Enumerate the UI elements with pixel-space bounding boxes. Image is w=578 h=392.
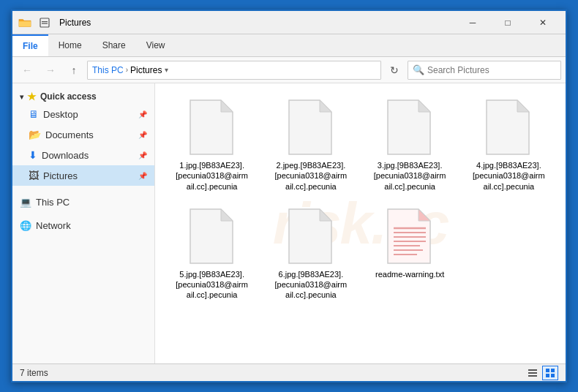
sidebar-item-documents[interactable]: 📂 Documents 📌 [12,124,154,145]
sidebar-desktop-label: Desktop [43,109,78,120]
quick-access-header: ▾ ★ Quick access [12,86,154,104]
file-name-1: 1.jpg.[9B83AE23].[pecunia0318@airmail.cc… [176,160,249,192]
quick-access-star-icon: ★ [27,91,37,102]
minimize-button[interactable]: ─ [456,11,489,34]
grid-view-button[interactable] [542,366,558,380]
qat-properties[interactable] [37,15,52,30]
desktop-icon: 🖥 [29,108,39,120]
quick-access-toolbar [37,15,52,30]
tab-share[interactable]: Share [92,34,136,56]
list-view-button[interactable] [525,366,541,380]
downloads-pin-icon: 📌 [138,151,147,159]
svg-rect-0 [40,18,49,27]
file-name-6: 6.jpg.[9B83AE23].[pecunia0318@airmail.cc… [274,269,348,301]
file-icon-6 [285,208,337,266]
network-icon: 🌐 [20,220,31,231]
file-item-1[interactable]: 1.jpg.[9B83AE23].[pecunia0318@airmail.cc… [166,94,258,196]
maximize-button[interactable]: □ [491,11,525,34]
file-icon-4 [482,99,535,157]
file-icon-2 [285,99,337,157]
file-item-7[interactable]: readme-warning.txt [364,203,456,305]
file-grid: 1.jpg.[9B83AE23].[pecunia0318@airmail.cc… [162,91,558,309]
sidebar-pictures-label: Pictures [43,170,78,181]
documents-icon: 📂 [29,129,41,140]
breadcrumb-dropdown[interactable]: ▾ [165,66,168,74]
status-bar: 7 items [12,363,566,381]
svg-rect-2 [42,23,48,23]
search-input[interactable] [427,65,556,75]
up-button[interactable]: ↑ [64,60,84,80]
sidebar-documents-label: Documents [45,129,94,140]
svg-rect-14 [551,369,555,372]
sidebar-item-downloads[interactable]: ⬇ Downloads 📌 [12,145,154,165]
computer-icon: 💻 [20,197,31,208]
item-count: 7 items [20,368,525,378]
sidebar-item-desktop[interactable]: 🖥 Desktop 📌 [12,104,154,124]
desktop-pin-icon: 📌 [138,110,147,118]
file-name-4: 4.jpg.[9B83AE23].[pecunia0318@airmail.cc… [472,160,545,192]
ribbon-tabs: File Home Share View [12,34,566,56]
file-item-5[interactable]: 5.jpg.[9B83AE23].[pecunia0318@airmail.cc… [166,203,258,305]
svg-rect-12 [528,375,537,377]
file-name-7: readme-warning.txt [375,269,444,279]
sidebar-item-thispc[interactable]: 💻 This PC [12,192,154,212]
file-area: risk.cc 1.jpg.[9B83AE23].[pecunia0318@ai… [155,83,566,363]
file-icon-3 [383,99,436,157]
sidebar-thispc-label: This PC [36,197,70,208]
sidebar-item-pictures[interactable]: 🖼 Pictures 📌 [12,165,154,186]
file-name-3: 3.jpg.[9B83AE23].[pecunia0318@airmail.cc… [373,160,446,192]
file-icon-1 [186,99,239,157]
svg-rect-13 [546,369,549,372]
svg-rect-11 [528,372,537,374]
forward-button[interactable]: → [40,60,61,80]
explorer-window: Pictures ─ □ ✕ File Home Share View ← → … [11,10,567,382]
svg-rect-1 [42,21,48,22]
documents-pin-icon: 📌 [138,131,147,139]
refresh-button[interactable]: ↻ [384,60,405,80]
main-area: ▾ ★ Quick access 🖥 Desktop 📌 📂 Documents… [12,83,566,363]
file-icon-7 [383,208,436,266]
quick-access-expand-icon: ▾ [20,93,23,101]
tab-file[interactable]: File [12,34,48,56]
file-item-3[interactable]: 3.jpg.[9B83AE23].[pecunia0318@airmail.cc… [364,94,456,196]
tab-home[interactable]: Home [48,34,92,56]
file-item-6[interactable]: 6.jpg.[9B83AE23].[pecunia0318@airmail.cc… [265,203,356,305]
sidebar-network-label: Network [36,220,71,231]
sidebar-item-network[interactable]: 🌐 Network [12,215,154,235]
breadcrumb[interactable]: This PC › Pictures ▾ [87,61,381,80]
title-bar: Pictures ─ □ ✕ [12,11,566,34]
pictures-icon: 🖼 [29,170,39,181]
tab-view[interactable]: View [136,34,176,56]
breadcrumb-separator: › [126,66,128,74]
file-name-2: 2.jpeg.[9B83AE23].[pecunia0318@airmail.c… [274,160,348,192]
breadcrumb-thispc[interactable]: This PC [92,65,124,75]
search-box[interactable]: 🔍 [408,61,561,80]
window-title: Pictures [59,18,456,28]
view-buttons [525,366,558,380]
svg-rect-10 [528,369,537,371]
close-button[interactable]: ✕ [526,11,560,34]
downloads-icon: ⬇ [29,149,37,161]
quick-access-label: Quick access [40,91,97,102]
breadcrumb-pictures: Pictures [130,65,162,75]
svg-rect-15 [546,374,549,377]
sidebar-downloads-label: Downloads [42,150,89,161]
file-name-5: 5.jpg.[9B83AE23].[pecunia0318@airmail.cc… [176,269,249,301]
ribbon: File Home Share View [12,34,566,57]
file-icon-5 [186,208,239,266]
window-controls: ─ □ ✕ [456,11,560,34]
back-button[interactable]: ← [17,60,37,80]
svg-rect-16 [551,374,555,377]
file-item-4[interactable]: 4.jpg.[9B83AE23].[pecunia0318@airmail.cc… [463,94,555,196]
file-item-2[interactable]: 2.jpeg.[9B83AE23].[pecunia0318@airmail.c… [265,94,356,196]
pictures-pin-icon: 📌 [138,172,147,180]
search-icon: 🔍 [413,64,424,75]
sidebar: ▾ ★ Quick access 🖥 Desktop 📌 📂 Documents… [12,83,155,363]
window-icon [18,15,33,30]
address-bar: ← → ↑ This PC › Pictures ▾ ↻ 🔍 [12,57,566,83]
